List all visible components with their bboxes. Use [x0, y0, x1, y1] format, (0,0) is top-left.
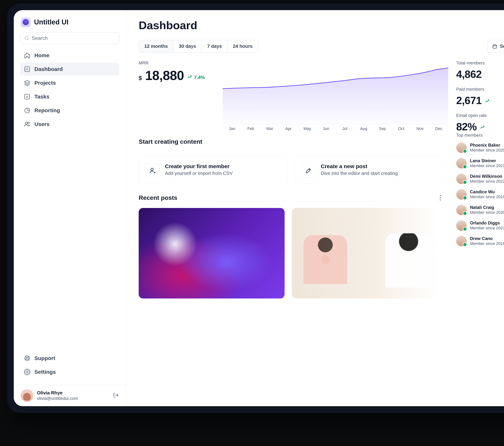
sidebar-item-label: Home [34, 52, 49, 58]
select-dates-button[interactable]: Select dates [487, 40, 504, 53]
logout-icon [113, 392, 119, 398]
avatar [456, 158, 467, 169]
sidebar-item-tasks[interactable]: Tasks [20, 90, 119, 103]
primary-nav: Home Dashboard Projects Tasks Reporting … [18, 48, 122, 132]
range-30d[interactable]: 30 days [173, 40, 202, 52]
member-row[interactable]: Natali CraigMember since 2020 [456, 205, 504, 215]
current-user: Olivia Rhye olivia@untitledui.com [18, 389, 122, 402]
sidebar-item-support[interactable]: Support [20, 352, 119, 365]
select-dates-label: Select dates [500, 43, 504, 49]
range-7d[interactable]: 7 days [202, 40, 227, 52]
life-buoy-icon [24, 355, 30, 361]
member-since: Member since 2019 [470, 195, 504, 199]
calendar-icon [492, 44, 497, 49]
avatar [456, 205, 467, 215]
brand: Untitled UI [18, 17, 122, 30]
member-name: Candice Wu [470, 189, 504, 195]
support-nav: Support Settings [18, 351, 122, 380]
svg-point-7 [26, 357, 28, 359]
check-square-icon [24, 93, 30, 100]
member-name: Drew Cano [470, 236, 504, 241]
sidebar-item-reporting[interactable]: Reporting [20, 104, 119, 117]
trend-value: 7.4% [194, 74, 205, 80]
section-title-recent: Recent posts [139, 194, 178, 201]
stat-value: 2,671 [456, 94, 482, 107]
cta-cards: Create your first member Add yourself or… [139, 157, 443, 184]
month-label: Sep [373, 126, 392, 131]
sidebar-item-projects[interactable]: Projects [20, 76, 119, 89]
month-label: Jun [317, 126, 335, 131]
bar-chart-icon [24, 66, 30, 72]
svg-point-0 [25, 36, 28, 39]
top-members-panel: Top members Phoenix BakerMember since 20… [456, 133, 504, 299]
section-title-content: Start creating content [139, 138, 443, 145]
member-name: Natali Craig [470, 205, 504, 210]
trend-up [485, 99, 490, 104]
sidebar-item-users[interactable]: Users [20, 118, 119, 131]
svg-point-4 [25, 122, 28, 124]
main-content: Dashboard 12 months 30 days 7 days 24 ho… [126, 10, 504, 406]
member-since: Member since 2021 [470, 163, 504, 168]
month-label: Feb [241, 126, 260, 131]
toolbar: 12 months 30 days 7 days 24 hours Select… [139, 40, 504, 53]
cta-sub: Dive into the editor and start creating [321, 171, 398, 176]
cta-sub: Add yourself or import from CSV [165, 171, 233, 176]
more-menu[interactable] [437, 195, 443, 201]
avatar [21, 389, 33, 402]
member-since: Member since 2022 [470, 179, 504, 184]
member-since: Member since 2020 [470, 210, 504, 215]
member-row[interactable]: Orlando DiggsMember since 2023 [456, 220, 504, 231]
range-12m[interactable]: 12 months [139, 40, 173, 52]
member-since: Member since 2020 [470, 148, 504, 153]
divider [139, 201, 443, 201]
stat-value: 4,862 [456, 68, 482, 80]
trend-up-icon [485, 99, 490, 104]
trend-up-icon [187, 74, 193, 80]
member-row[interactable]: Phoenix BakerMember since 2020 [456, 143, 504, 153]
divider [139, 151, 443, 151]
search-input[interactable]: Search [20, 32, 119, 44]
month-label: Dec [430, 126, 448, 131]
metric-value: 18,880 [145, 68, 184, 83]
post-card[interactable] [139, 208, 285, 299]
recent-posts [139, 208, 443, 299]
logout-button[interactable] [113, 392, 119, 399]
pen-icon [305, 167, 312, 174]
cta-create-post[interactable]: Create a new post Dive into the editor a… [295, 157, 443, 184]
trend-up-icon [480, 125, 485, 130]
cta-create-member[interactable]: Create your first member Add yourself or… [139, 157, 287, 184]
sidebar-item-label: Reporting [34, 107, 60, 113]
sidebar-item-settings[interactable]: Settings [20, 365, 119, 378]
svg-point-5 [28, 122, 29, 124]
app-window: Untitled UI Search Home Dashboard Projec… [14, 10, 504, 406]
month-label: May [298, 126, 317, 131]
range-24h[interactable]: 24 hours [227, 40, 258, 52]
post-card[interactable] [292, 208, 438, 299]
member-row[interactable]: Lana SteinerMember since 2021 [456, 158, 504, 169]
avatar [456, 236, 467, 246]
sidebar-item-label: Tasks [34, 94, 49, 100]
user-plus-icon [149, 167, 156, 174]
member-row[interactable]: Demi WilkinsonMember since 2022 [456, 174, 504, 184]
member-row[interactable]: Drew CanoMember since 2018 [456, 236, 504, 246]
avatar [456, 189, 467, 200]
month-label: Jul [335, 126, 354, 131]
stats-column: Total members 4,862 Paid members 2,671 E… [456, 60, 504, 133]
stat-value: 82% [456, 121, 477, 133]
sidebar-item-dashboard[interactable]: Dashboard [20, 63, 119, 76]
sidebar-item-label: Support [34, 355, 55, 361]
stat-email-open: Email open rate 82% [456, 113, 504, 133]
range-segmented: 12 months 30 days 7 days 24 hours [139, 40, 258, 53]
month-label: Jan [223, 126, 241, 131]
metrics-row: MRR $ 18,880 7.4% [139, 60, 504, 133]
search-placeholder: Search [32, 35, 48, 41]
sidebar-item-home[interactable]: Home [20, 49, 119, 62]
member-name: Demi Wilkinson [470, 174, 504, 179]
gear-icon [24, 369, 30, 375]
currency-sign: $ [139, 75, 142, 81]
brand-name: Untitled UI [34, 18, 69, 26]
member-since: Member since 2018 [470, 241, 504, 246]
month-label: Mar [260, 126, 279, 131]
member-row[interactable]: Candice WuMember since 2019 [456, 189, 504, 200]
sidebar-item-label: Dashboard [34, 66, 63, 72]
